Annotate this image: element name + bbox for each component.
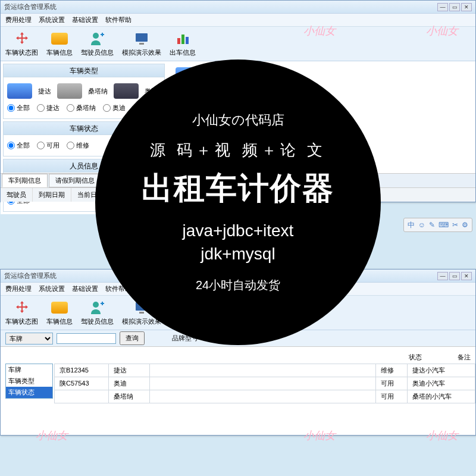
- chart-icon: [174, 30, 191, 47]
- table-header-right: 状态 备注: [409, 353, 471, 362]
- radio-option[interactable]: 可用: [37, 141, 60, 150]
- close-button[interactable]: ✕: [461, 272, 472, 280]
- menu-item[interactable]: 系统设置: [39, 15, 65, 24]
- menu-item[interactable]: 费用处理: [5, 15, 32, 24]
- toolbar-status-map[interactable]: 车辆状态图: [5, 299, 38, 326]
- dropdown-option[interactable]: 车辆状态: [6, 387, 52, 398]
- monitor-icon: [133, 30, 150, 47]
- menu-item[interactable]: 基础设置: [72, 15, 98, 24]
- car-icon: [114, 83, 139, 99]
- car-icon: [51, 30, 68, 47]
- menu-item[interactable]: 费用处理: [5, 284, 32, 293]
- vehicle-table: 京B12345 捷达 维修 捷达小汽车 陕C57543 奥迪 可用 奥迪小汽车 …: [54, 364, 475, 403]
- ime-toolbar[interactable]: 中 ☺ ✎ ⌨ ✂ ⚙: [403, 218, 472, 232]
- search-button[interactable]: 查询: [120, 331, 145, 345]
- maximize-button[interactable]: ▭: [449, 3, 460, 11]
- toolbar: 车辆状态图 车辆信息 驾驶员信息 模拟演示效果 出车信息: [1, 27, 475, 61]
- dropdown-option[interactable]: 车牌: [6, 364, 52, 375]
- move-icon: [14, 299, 30, 316]
- minimize-button[interactable]: —: [437, 3, 448, 11]
- window-title: 货运综合管理系统: [4, 271, 57, 280]
- table-row[interactable]: 桑塔纳 可用 桑塔的小汽车: [55, 390, 475, 403]
- ime-mode[interactable]: 中: [408, 220, 415, 230]
- toolbar-status-map[interactable]: 车辆状态图: [5, 30, 38, 57]
- toolbar-driver-info[interactable]: 驾驶员信息: [81, 299, 114, 326]
- radio-all[interactable]: 全部: [7, 141, 30, 150]
- search-field-select[interactable]: 车牌: [5, 333, 53, 345]
- minimize-button[interactable]: —: [437, 272, 448, 280]
- table-row[interactable]: 京B12345 捷达 维修 捷达小汽车: [55, 364, 475, 377]
- menubar: 费用处理 系统设置 基础设置 软件帮助: [1, 14, 475, 27]
- ime-icon[interactable]: ☺: [418, 221, 425, 229]
- radio-option[interactable]: 维修: [67, 141, 89, 150]
- maximize-button[interactable]: ▭: [449, 272, 460, 280]
- car-icon: [7, 83, 32, 99]
- tab[interactable]: 请假到期信息: [49, 174, 101, 187]
- panel-title: 车辆类型: [4, 64, 164, 77]
- toolbar-vehicle-info[interactable]: 车辆信息: [46, 30, 73, 57]
- radio-option[interactable]: 桑塔纳: [67, 104, 96, 112]
- toolbar-vehicle-info[interactable]: 车辆信息: [46, 299, 73, 326]
- promo-title: 出租车计价器: [142, 168, 334, 209]
- person-add-icon: [89, 299, 106, 316]
- menu-item[interactable]: 系统设置: [39, 284, 65, 293]
- toolbar-demo[interactable]: 模拟演示效果: [122, 30, 161, 57]
- svg-rect-2: [139, 43, 144, 45]
- radio-option[interactable]: 捷达: [37, 104, 60, 112]
- menu-item[interactable]: 软件帮助: [105, 15, 131, 24]
- svg-rect-4: [181, 35, 184, 44]
- close-button[interactable]: ✕: [461, 3, 472, 11]
- toolbar-driver-info[interactable]: 驾驶员信息: [81, 30, 114, 57]
- person-add-icon: [89, 30, 106, 47]
- move-icon: [14, 30, 30, 47]
- radio-option[interactable]: 奥迪: [103, 104, 126, 112]
- shop-name: 小仙女の代码店: [192, 111, 284, 129]
- titlebar[interactable]: 货运综合管理系统 — ▭ ✕: [1, 1, 475, 14]
- menu-item[interactable]: 基础设置: [72, 284, 98, 293]
- promo-shipping: 24小时自动发货: [196, 277, 280, 293]
- table-row[interactable]: 陕C57543 奥迪 可用 奥迪小汽车: [55, 377, 475, 390]
- svg-rect-5: [186, 37, 189, 44]
- svg-point-0: [93, 33, 99, 39]
- svg-point-6: [93, 302, 99, 308]
- ime-icon[interactable]: ✂: [452, 221, 458, 229]
- tab[interactable]: 车到期信息: [2, 174, 48, 187]
- svg-rect-8: [139, 312, 144, 314]
- promo-subtitle: 源 码＋视 频＋论 文: [150, 140, 326, 161]
- promo-overlay: 小仙女の代码店 源 码＋视 频＋论 文 出租车计价器 java+jdbc+ite…: [95, 60, 381, 345]
- search-input[interactable]: [57, 333, 116, 344]
- search-field-dropdown[interactable]: 车牌 车辆类型 车辆状态: [5, 364, 53, 399]
- car-icon: [51, 299, 68, 316]
- dropdown-option[interactable]: 车辆类型: [6, 375, 52, 387]
- radio-all[interactable]: 全部: [7, 104, 30, 112]
- svg-rect-1: [136, 33, 148, 42]
- svg-rect-3: [177, 38, 180, 44]
- ime-settings-icon[interactable]: ⚙: [462, 221, 468, 229]
- promo-tech-stack: java+jdbc+itext jdk+mysql: [183, 219, 294, 265]
- window-title: 货运综合管理系统: [4, 2, 57, 11]
- ime-icon[interactable]: ✎: [429, 221, 435, 229]
- toolbar-dispatch-info[interactable]: 出车信息: [170, 30, 196, 57]
- ime-icon[interactable]: ⌨: [439, 221, 449, 229]
- car-icon: [57, 83, 82, 99]
